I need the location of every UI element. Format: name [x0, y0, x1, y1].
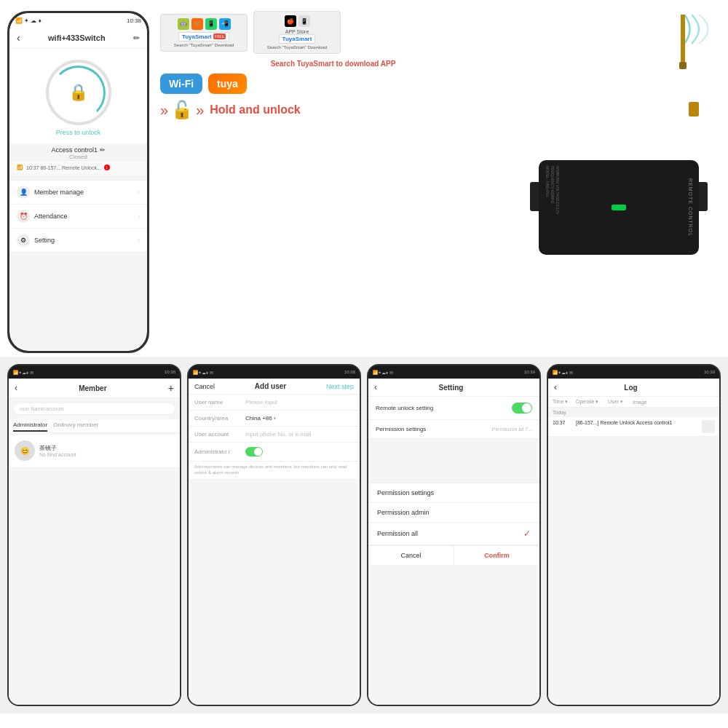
member-avatar: 😊: [15, 440, 35, 461]
adduser-account-input[interactable]: Input phone No. or e-mail: [245, 431, 354, 438]
perm-confirm-btn[interactable]: Confirm: [454, 546, 539, 565]
sp1-header: ‹ Member +: [9, 379, 180, 398]
setting-permission-value: Permission all 7...: [492, 427, 532, 432]
menu-item-attendance[interactable]: ⏰ Attendance ›: [9, 205, 147, 229]
admin-toggle[interactable]: [245, 447, 263, 456]
perm-cancel-btn[interactable]: Cancel: [368, 546, 454, 565]
sp1-title: Member: [79, 384, 106, 392]
sp4-screen: ‹ Log Time ▾ Operate ▾ User ▾ Image Toda…: [548, 379, 719, 705]
perm-item-admin[interactable]: Permission admin: [368, 503, 539, 523]
ios-store-box: 🍎 📱 APP Store TuyaSmart Search "TuyaSmar…: [253, 11, 341, 54]
sp2-status-icons: 📶✦☁♦ ✉: [193, 370, 213, 375]
mount-tab-right: [699, 182, 708, 211]
notification-text: 10:37 86-157... Remote Unlock...: [26, 165, 101, 170]
android-icons: 🤖 🛒 📱 📲: [178, 18, 231, 30]
sp2-status: 📶✦☁♦ ✉ 10:38: [189, 365, 360, 379]
phone-log: 📶✦☁♦ ✉ 10:39 ‹ Log Time ▾ Operate ▾ User…: [547, 364, 721, 706]
log-columns-header: Time ▾ Operate ▾ User ▾ Image: [548, 397, 719, 408]
iphone-icon: 📱: [298, 15, 310, 27]
sp2-next-btn[interactable]: Next step: [326, 383, 354, 390]
back-icon[interactable]: ‹: [17, 32, 20, 44]
perm-settings-label: Permission settings: [377, 489, 434, 496]
adduser-note: Administrators can manage devices and me…: [189, 462, 360, 479]
hold-unlock-row: » 🔓 » Hold and unlock: [160, 100, 506, 120]
log-col-user[interactable]: User ▾: [608, 399, 630, 405]
sp3-back-icon[interactable]: ‹: [374, 382, 377, 392]
setting-permission-row[interactable]: Permission settings Permission all 7...: [368, 420, 539, 439]
sp2-header: Cancel Add user Next step: [189, 379, 360, 395]
sp2-title: Add user: [255, 382, 286, 390]
adduser-country-row: Country/area China +86 ›: [189, 411, 360, 427]
device-remote-label: REMOTE CONTROL: [688, 178, 693, 237]
sp2-content: User name Please input Country/area Chin…: [189, 395, 360, 705]
sp1-back-icon[interactable]: ‹: [15, 383, 17, 393]
remote-unlock-toggle[interactable]: [512, 403, 532, 414]
device-frequency: FREQUENCY:433MHZ: [550, 166, 555, 214]
sma-connector: [689, 102, 699, 116]
menu-item-member[interactable]: 👤 Member manage ›: [9, 181, 147, 205]
sp1-add-icon[interactable]: +: [168, 382, 174, 394]
closed-label: Closed: [9, 154, 147, 160]
sp4-status-icons: 📶✦☁♦ ✉: [553, 370, 573, 375]
sp4-back-icon[interactable]: ‹: [554, 382, 557, 392]
adduser-country-label: Country/area: [194, 415, 245, 422]
perm-admin-label: Permission admin: [377, 509, 430, 516]
log-col-time[interactable]: Time ▾: [553, 399, 573, 405]
sp3-screen: ‹ Setting Remote unlock setting Permissi…: [368, 379, 539, 705]
sp1-content: user Name/account Administrator Ordinary…: [9, 398, 180, 705]
perm-item-all[interactable]: Permission all ✓: [368, 523, 539, 545]
adduser-account-row: User account Input phone No. or e-mail: [189, 427, 360, 443]
sp1-status-icons: 📶✦☁♦ ✉: [13, 370, 33, 375]
phone-setting: 📶✦☁♦ ✉ 10:39 ‹ Setting Remote unlock set…: [367, 364, 541, 706]
setting-remote-unlock-row: Remote unlock setting: [368, 397, 539, 420]
menu-item-setting[interactable]: ⚙ Setting ›: [9, 229, 147, 253]
arrow-right-icon: »: [196, 102, 204, 119]
arrow-left-icon: »: [160, 102, 168, 119]
phone-add-user: 📶✦☁♦ ✉ 10:38 Cancel Add user Next step U…: [187, 364, 361, 706]
sp4-content: Time ▾ Operate ▾ User ▾ Image Today 10:3…: [548, 397, 719, 705]
android-icon: 🤖: [178, 18, 189, 30]
tuya-android-badge: TuyaSmart FREE: [178, 32, 229, 41]
chevron-right-icon-2: ›: [138, 213, 140, 220]
log-today-label: Today: [548, 408, 719, 417]
adduser-username-input[interactable]: Please input: [245, 399, 354, 405]
log-entry-thumb[interactable]: [702, 420, 715, 433]
lock-circle[interactable]: 🔒: [46, 60, 111, 125]
member-search-input[interactable]: user Name/account: [13, 403, 175, 415]
member-info: 茶镜子 No bind account: [39, 444, 174, 457]
chevron-right-icon-3: ›: [138, 237, 140, 244]
phone-header: ‹ wifi+433Switch ✏: [9, 28, 147, 49]
adduser-username-label: User name: [194, 399, 245, 405]
perm-item-settings[interactable]: Permission settings: [368, 483, 539, 503]
log-col-image: Image: [633, 400, 715, 405]
perm-all-label: Permission all: [377, 530, 418, 537]
adduser-country-value[interactable]: China +86 ›: [245, 415, 354, 422]
lock-area: 🔒 Press to unlock: [9, 49, 147, 143]
sp3-status-time: 10:39: [524, 370, 535, 374]
tab-administrator[interactable]: Administrator: [13, 419, 47, 432]
wifi-text: Wi-Fi: [169, 78, 194, 90]
log-col-operate[interactable]: Operate ▾: [576, 399, 605, 405]
access-control-label: Access control1 ✏: [9, 146, 147, 154]
mount-tab-left: [530, 182, 539, 211]
member-icon: 👤: [17, 186, 30, 199]
member-user-row: 😊 茶镜子 No bind account: [9, 435, 180, 467]
arrows-icon: » 🔓 »: [160, 100, 204, 120]
android-search-label: Search "TuyaSmart" Download: [174, 43, 234, 47]
sp2-cancel-btn[interactable]: Cancel: [194, 383, 215, 390]
hold-unlock-label: Hold and unlock: [210, 103, 300, 116]
member-sub: No bind account: [39, 452, 174, 457]
edit-icon[interactable]: ✏: [133, 33, 140, 43]
phone-menu: 👤 Member manage › ⏰ Attendance › ⚙ Setti…: [9, 180, 147, 253]
member-name: 茶镜子: [39, 444, 174, 452]
ios-icons: 🍎 📱: [285, 15, 310, 27]
wifi-tuya-row: Wi-Fi tuya: [160, 74, 506, 94]
log-entry-operate: [86-157...] Remote Unlock Access control…: [576, 420, 699, 425]
wifi-icon: 📶: [17, 165, 23, 170]
device-voltage: WORKING VOLTAGE:DC12V: [555, 166, 560, 214]
lock-circle-ring: [51, 66, 106, 120]
search-tuya-text: Search TuyaSmart to download APP: [160, 60, 506, 68]
status-bar: 📶 ✦ ☁ ♦ 10:38: [9, 13, 147, 28]
perm-all-checkmark: ✓: [523, 529, 531, 539]
tab-ordinary[interactable]: Ordinary member: [53, 419, 98, 432]
